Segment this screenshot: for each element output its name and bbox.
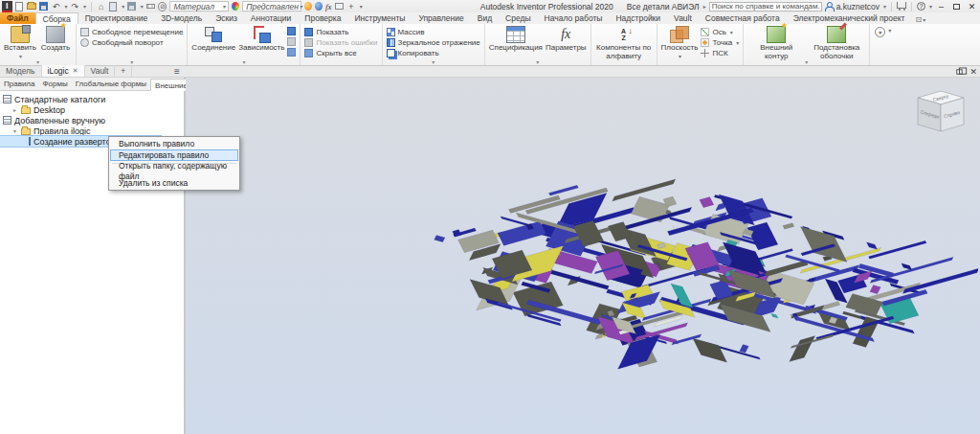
viewcube[interactable]: Сверху Спереди Справа: [911, 87, 970, 143]
tab-assembly[interactable]: Сборка: [35, 12, 78, 24]
bom-button[interactable]: Спецификация: [489, 26, 543, 53]
copy-button[interactable]: Копировать: [387, 48, 480, 57]
subtab-global-forms[interactable]: Глобальные формы: [72, 78, 150, 90]
browser-tab-vault[interactable]: Vault: [85, 65, 116, 77]
update-icon[interactable]: [127, 1, 137, 11]
plane-dropdown-icon[interactable]: ▾: [679, 54, 681, 60]
point-button[interactable]: Точка▾: [701, 37, 739, 47]
appearance-dropdown[interactable]: Представлен▾: [242, 1, 301, 11]
tab-annotate[interactable]: Аннотации: [244, 12, 299, 24]
axis-dropdown-icon[interactable]: ▾: [730, 29, 733, 35]
show-relationships-icon[interactable]: [287, 27, 296, 35]
constrain-button[interactable]: Зависимость: [238, 26, 284, 53]
return-dropdown-icon[interactable]: ▾: [122, 3, 124, 10]
restore-button[interactable]: [950, 1, 963, 11]
display-settings-icon[interactable]: [335, 1, 345, 11]
tree-item-rules-ilogic-folder[interactable]: ▾ Правила ilogic: [0, 126, 184, 136]
add-qat-icon[interactable]: +: [346, 1, 356, 11]
tab-3d-model[interactable]: 3D-модель: [154, 12, 209, 24]
outline-button[interactable]: Внешний контур: [747, 26, 805, 61]
hide-all-relationships-icon[interactable]: [287, 48, 296, 57]
tab-sketch[interactable]: Эскиз: [209, 12, 244, 24]
tab-add-ins[interactable]: Надстройки: [609, 12, 667, 24]
subtab-forms[interactable]: Формы: [38, 78, 71, 90]
material-off-icon[interactable]: ⊘: [158, 2, 167, 11]
redo-icon[interactable]: ↷: [70, 1, 79, 11]
show-sick-icon[interactable]: [287, 37, 296, 46]
minimize-button[interactable]: –: [935, 1, 947, 11]
point-dropdown-icon[interactable]: ▾: [736, 39, 739, 46]
tab-get-started[interactable]: Начало работы: [538, 12, 610, 24]
tree-item-added-manually[interactable]: Добавленные вручную: [0, 115, 184, 126]
browser-tab-model[interactable]: Модель: [0, 65, 42, 77]
close-tab-icon[interactable]: ✕: [73, 65, 78, 77]
expander-closed-icon[interactable]: ▸: [11, 106, 18, 113]
free-rotate-button[interactable]: Свободный поворот: [80, 37, 183, 47]
menu-item-edit-rule[interactable]: Редактировать правило: [110, 149, 238, 161]
material-dropdown[interactable]: Материал▾: [169, 1, 229, 11]
tree-item-standard-catalogs[interactable]: Стандартные каталоги: [0, 94, 184, 104]
store-cart-icon[interactable]: [897, 2, 906, 9]
joint-button[interactable]: Соединение: [191, 26, 235, 53]
tab-collaborate[interactable]: Совместная работа: [699, 12, 787, 24]
tab-environments[interactable]: Среды: [499, 12, 537, 24]
tab-manage[interactable]: Управление: [412, 12, 470, 24]
tab-design[interactable]: Проектирование: [78, 12, 155, 24]
user-dropdown-icon[interactable]: ▾: [883, 3, 886, 10]
free-move-button[interactable]: Свободное перемещение: [80, 27, 183, 36]
menu-item-open-folder[interactable]: Открыть папку, содержащую файл: [110, 166, 238, 177]
qat-customize-icon[interactable]: ▾: [360, 3, 363, 10]
ribbon-options-button[interactable]: ▾ ▾: [870, 24, 896, 65]
model-viewport[interactable]: Сверху Спереди Справа: [186, 78, 980, 434]
help-dropdown-icon[interactable]: ▾: [929, 3, 932, 10]
adjust-ball-icon[interactable]: [315, 2, 323, 11]
appearance-wheel-icon[interactable]: [232, 2, 239, 11]
inventor-app-icon[interactable]: I: [2, 1, 12, 12]
undo-dropdown-icon[interactable]: ▾: [64, 3, 67, 10]
pattern-button[interactable]: Массив: [387, 27, 480, 36]
close-button[interactable]: ✕: [966, 1, 978, 11]
return-icon[interactable]: [109, 1, 119, 11]
search-collapse-icon[interactable]: ▸: [703, 3, 706, 10]
open-icon[interactable]: [27, 1, 36, 11]
appearance-ball-icon[interactable]: [304, 2, 312, 11]
home-icon[interactable]: ⌂: [97, 1, 106, 11]
panel-flyout-icon[interactable]: ▾: [805, 59, 808, 65]
insert-button[interactable]: Вставить ▾: [4, 26, 36, 59]
hide-all-button[interactable]: Скрыть все: [304, 48, 377, 57]
plane-button[interactable]: Плоскость ▾: [661, 26, 699, 59]
undo-icon[interactable]: ↶: [52, 1, 61, 11]
menu-item-run-rule[interactable]: Выполнить правило: [110, 138, 238, 149]
create-button[interactable]: Создать: [39, 26, 72, 53]
browser-tab-ilogic[interactable]: iLogic ✕: [42, 65, 85, 77]
browser-menu-icon[interactable]: ≡: [174, 66, 180, 78]
panel-flyout-icon[interactable]: ▾: [432, 59, 434, 65]
redo-dropdown-icon[interactable]: ▾: [83, 3, 86, 10]
subtab-rules[interactable]: Правила: [0, 78, 38, 90]
alpha-components-button[interactable]: AZ Компоненты по алфавиту: [595, 26, 653, 61]
help-search-input[interactable]: Поиск по справке и командам.: [709, 2, 822, 11]
measure-icon[interactable]: [146, 1, 156, 11]
expander-open-icon[interactable]: ▾: [11, 127, 18, 134]
update-dropdown-icon[interactable]: ▾: [141, 3, 144, 10]
mirror-button[interactable]: Зеркальное отражение: [387, 37, 480, 47]
new-file-icon[interactable]: [15, 1, 25, 11]
signed-in-user[interactable]: a.kuznetcov: [836, 2, 880, 11]
tab-file[interactable]: Файл: [0, 12, 35, 24]
ucs-button[interactable]: ПСК: [701, 48, 739, 57]
panel-flyout-icon[interactable]: ▾: [536, 59, 539, 65]
parameters-button[interactable]: fx Параметры: [546, 26, 587, 53]
tab-view[interactable]: Вид: [471, 12, 499, 24]
tab-tools[interactable]: Инструменты: [347, 12, 412, 24]
panel-flyout-icon[interactable]: ▾: [242, 59, 245, 65]
shrinkwrap-button[interactable]: Подстановка оболочки: [808, 26, 865, 61]
tab-vault[interactable]: Vault: [667, 12, 699, 24]
tab-inspect[interactable]: Проверка: [298, 12, 347, 24]
save-icon[interactable]: [39, 1, 49, 11]
insert-dropdown-icon[interactable]: ▾: [19, 54, 22, 60]
document-restore-icon[interactable]: [957, 69, 963, 74]
show-button[interactable]: Показать: [304, 27, 377, 36]
tab-electromechanical[interactable]: Электромеханический проект: [787, 12, 912, 24]
document-close-icon[interactable]: ✕: [969, 67, 977, 77]
tree-item-desktop[interactable]: ▸ Desktop: [0, 104, 184, 115]
